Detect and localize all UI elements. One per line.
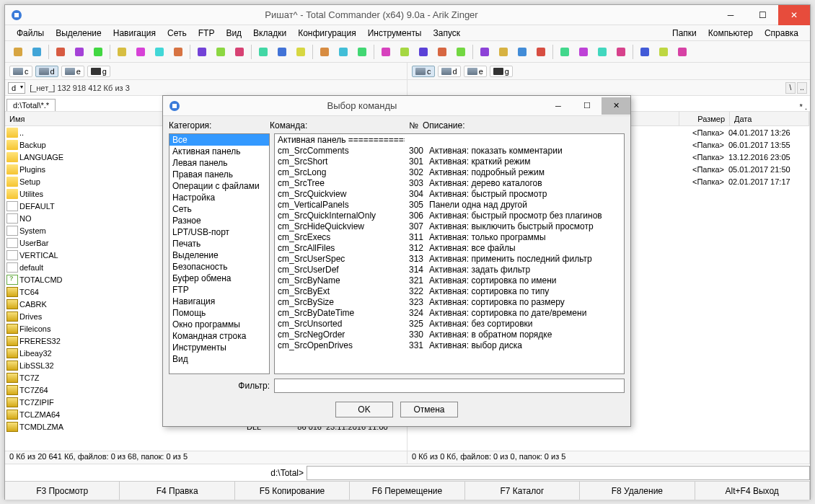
commandline-input[interactable] bbox=[307, 466, 810, 480]
drive-button-g[interactable]: g bbox=[490, 66, 513, 77]
toolbar-button-24[interactable] bbox=[495, 43, 512, 61]
category-item[interactable]: Активная панель bbox=[169, 146, 269, 157]
command-row[interactable]: cm_SrcTree303Активная: дерево каталогов bbox=[275, 177, 624, 188]
menu-Запуск[interactable]: Запуск bbox=[428, 27, 467, 40]
menu-FTP[interactable]: FTP bbox=[193, 27, 221, 40]
category-item[interactable]: Инструменты bbox=[169, 342, 269, 353]
col-date[interactable]: Дата bbox=[730, 112, 809, 125]
fn-button[interactable]: F8 Удаление bbox=[580, 482, 695, 500]
category-item[interactable]: Настройка bbox=[169, 192, 269, 203]
menu-Навигация[interactable]: Навигация bbox=[107, 27, 162, 40]
toolbar-button-16[interactable] bbox=[335, 43, 352, 61]
command-row[interactable]: cm_SrcUserSpec313Активная: применить пос… bbox=[275, 253, 624, 264]
command-row[interactable]: Активная панель ========================… bbox=[275, 134, 624, 145]
nav-up-button[interactable]: .. bbox=[797, 82, 807, 94]
toolbar-button-31[interactable] bbox=[636, 43, 653, 61]
toolbar-button-28[interactable] bbox=[575, 43, 592, 61]
toolbar-button-29[interactable] bbox=[594, 43, 611, 61]
maximize-button[interactable]: ☐ bbox=[746, 5, 778, 25]
category-item[interactable]: Командная строка bbox=[169, 330, 269, 342]
category-item[interactable]: Операции с файлами bbox=[169, 180, 269, 192]
drive-button-c[interactable]: c bbox=[412, 66, 435, 77]
menu-Вид[interactable]: Вид bbox=[220, 27, 247, 40]
toolbar-button-9[interactable] bbox=[193, 43, 211, 61]
dialog-close-button[interactable]: ✕ bbox=[602, 97, 630, 115]
toolbar-button-23[interactable] bbox=[476, 43, 493, 61]
toolbar-button-19[interactable] bbox=[396, 43, 413, 61]
command-row[interactable]: cm_SrcLong302Активная: подробный режим bbox=[275, 167, 624, 177]
category-listbox[interactable]: ВсеАктивная панельЛевая панельПравая пан… bbox=[169, 133, 270, 374]
category-item[interactable]: Левая панель bbox=[169, 157, 269, 169]
toolbar-button-27[interactable] bbox=[556, 43, 573, 61]
ok-button[interactable]: OK bbox=[335, 402, 393, 417]
command-row[interactable]: cm_VerticalPanels305Панели одна над друг… bbox=[275, 199, 624, 210]
toolbar-button-8[interactable] bbox=[169, 43, 187, 61]
toolbar-button-33[interactable] bbox=[674, 43, 691, 61]
toolbar-button-3[interactable] bbox=[71, 43, 88, 61]
cancel-button[interactable]: Отмена bbox=[400, 402, 458, 417]
toolbar-button-1[interactable] bbox=[28, 43, 45, 61]
fn-button[interactable]: F4 Правка bbox=[120, 482, 234, 500]
toolbar-button-10[interactable] bbox=[212, 43, 229, 61]
drive-button-c[interactable]: c bbox=[9, 66, 32, 77]
category-item[interactable]: Буфер обмена bbox=[169, 273, 269, 284]
menu-Сеть[interactable]: Сеть bbox=[162, 27, 193, 40]
fn-button[interactable]: F5 Копирование bbox=[235, 482, 350, 500]
menu-Конфигурация[interactable]: Конфигурация bbox=[292, 27, 362, 40]
category-item[interactable]: Помощь bbox=[169, 307, 269, 319]
toolbar-button-32[interactable] bbox=[655, 43, 672, 61]
minimize-button[interactable]: ─ bbox=[715, 5, 746, 25]
command-row[interactable]: cm_SrcNegOrder330Активная: в обратном по… bbox=[275, 329, 624, 340]
fn-button[interactable]: F3 Просмотр bbox=[5, 482, 120, 500]
category-item[interactable]: Вид bbox=[169, 353, 269, 365]
category-item[interactable]: Разное bbox=[169, 215, 269, 226]
left-tab[interactable]: d:\Total\*.* bbox=[6, 99, 56, 111]
toolbar-button-13[interactable] bbox=[273, 43, 291, 61]
toolbar-button-2[interactable] bbox=[52, 43, 69, 61]
toolbar-button-11[interactable] bbox=[231, 43, 248, 61]
menu-Инструменты[interactable]: Инструменты bbox=[362, 27, 428, 40]
toolbar-button-21[interactable] bbox=[433, 43, 451, 61]
col-size[interactable]: Размер bbox=[679, 112, 730, 125]
toolbar-button-7[interactable] bbox=[151, 43, 168, 61]
menu-Вкладки[interactable]: Вкладки bbox=[247, 27, 292, 40]
drive-button-g[interactable]: g bbox=[87, 66, 110, 77]
left-drive-select[interactable]: d bbox=[8, 82, 25, 94]
drive-button-e[interactable]: e bbox=[61, 66, 84, 77]
fn-button[interactable]: F7 Каталог bbox=[465, 482, 580, 500]
command-row[interactable]: cm_SrcExecs311Активная: только программы bbox=[275, 231, 624, 242]
toolbar-button-18[interactable] bbox=[377, 43, 395, 61]
toolbar-button-12[interactable] bbox=[255, 43, 272, 61]
category-item[interactable]: Все bbox=[169, 134, 269, 146]
category-item[interactable]: Безопасность bbox=[169, 261, 269, 273]
command-row[interactable]: cm_SrcOpenDrives331Активная: выбор диска bbox=[275, 340, 624, 350]
command-row[interactable]: cm_SrcQuickview304Активная: быстрый прос… bbox=[275, 188, 624, 199]
category-item[interactable]: FTP bbox=[169, 284, 269, 296]
fn-button[interactable]: Alt+F4 Выход bbox=[695, 482, 810, 500]
dialog-minimize-button[interactable]: ─ bbox=[544, 97, 573, 115]
drive-button-d[interactable]: d bbox=[438, 66, 461, 77]
command-row[interactable]: cm_SrcByName321Активная: сортировка по и… bbox=[275, 275, 624, 286]
close-button[interactable]: ✕ bbox=[778, 5, 810, 25]
category-item[interactable]: Правая панель bbox=[169, 169, 269, 180]
command-row[interactable]: cm_SrcComments300Активная: показать комм… bbox=[275, 145, 624, 156]
command-row[interactable]: cm_SrcUnsorted325Активная: без сортировк… bbox=[275, 318, 624, 329]
toolbar-button-4[interactable] bbox=[89, 43, 107, 61]
toolbar-button-0[interactable] bbox=[9, 43, 27, 61]
command-listbox[interactable]: Активная панель ========================… bbox=[274, 133, 625, 374]
command-row[interactable]: cm_SrcBySize323Активная: сортировка по р… bbox=[275, 296, 624, 307]
toolbar-button-17[interactable] bbox=[353, 43, 371, 61]
category-item[interactable]: Сеть bbox=[169, 203, 269, 215]
category-item[interactable]: Выделение bbox=[169, 249, 269, 261]
drive-button-d[interactable]: d bbox=[35, 66, 58, 77]
command-row[interactable]: cm_SrcShort301Активная: краткий режим bbox=[275, 156, 624, 167]
category-item[interactable]: LPT/USB-порт bbox=[169, 226, 269, 238]
category-item[interactable]: Печать bbox=[169, 238, 269, 249]
command-row[interactable]: cm_SrcHideQuickview307Активная: выключит… bbox=[275, 221, 624, 231]
command-row[interactable]: cm_SrcByDateTime324Активная: сортировка … bbox=[275, 307, 624, 318]
command-row[interactable]: cm_SrcByExt322Активная: сортировка по ти… bbox=[275, 286, 624, 296]
menu-Файлы[interactable]: Файлы bbox=[11, 27, 50, 40]
fn-button[interactable]: F6 Перемещение bbox=[350, 482, 464, 500]
toolbar-button-22[interactable] bbox=[452, 43, 470, 61]
menu-Выделение[interactable]: Выделение bbox=[50, 27, 107, 40]
